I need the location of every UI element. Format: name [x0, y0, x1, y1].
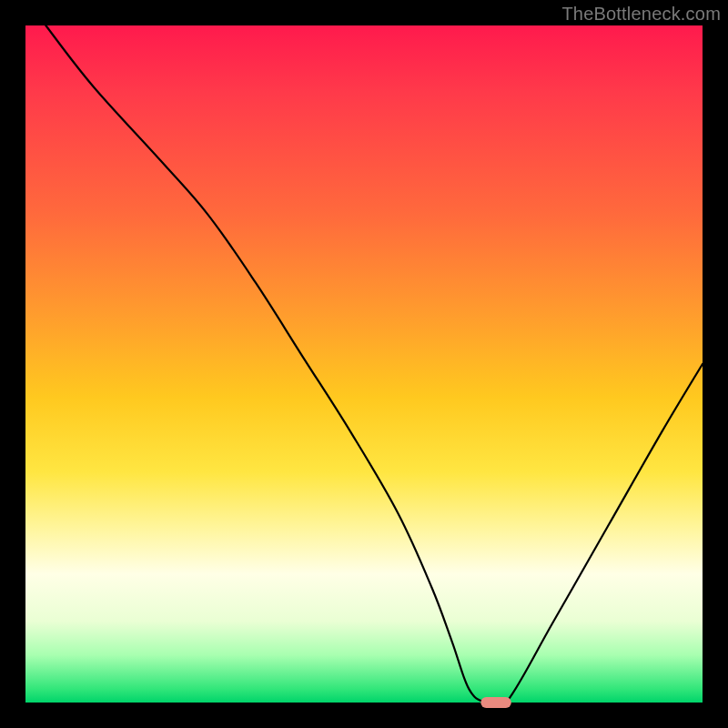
bottleneck-curve: [46, 25, 703, 710]
chart-stage: TheBottleneck.com: [0, 0, 728, 728]
optimal-marker: [480, 697, 511, 708]
watermark-label: TheBottleneck.com: [561, 4, 721, 25]
plot-area: [25, 25, 703, 703]
curve-layer: [25, 25, 703, 703]
